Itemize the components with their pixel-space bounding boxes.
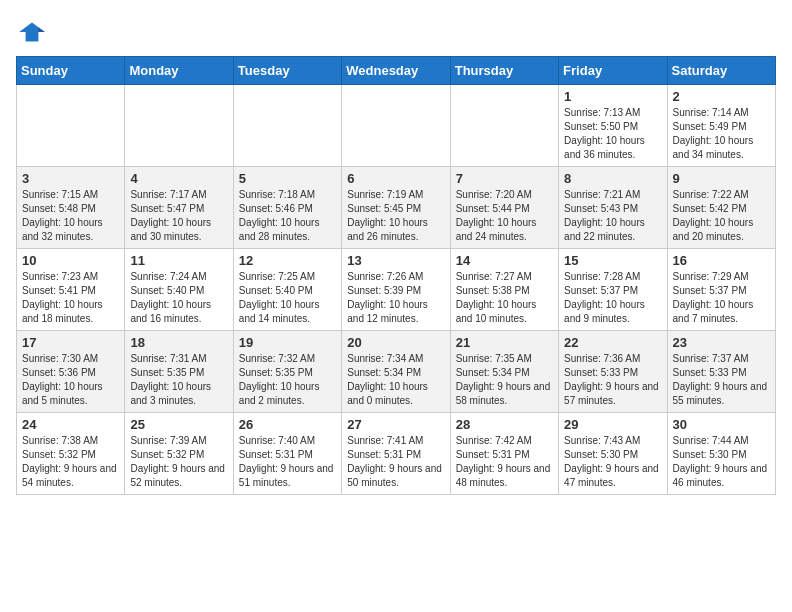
day-info: Sunrise: 7:39 AM Sunset: 5:32 PM Dayligh… — [130, 434, 227, 490]
day-number: 15 — [564, 253, 661, 268]
day-number: 2 — [673, 89, 770, 104]
day-info: Sunrise: 7:18 AM Sunset: 5:46 PM Dayligh… — [239, 188, 336, 244]
day-number: 28 — [456, 417, 553, 432]
calendar-cell: 26Sunrise: 7:40 AM Sunset: 5:31 PM Dayli… — [233, 413, 341, 495]
calendar-week-3: 10Sunrise: 7:23 AM Sunset: 5:41 PM Dayli… — [17, 249, 776, 331]
calendar-cell: 23Sunrise: 7:37 AM Sunset: 5:33 PM Dayli… — [667, 331, 775, 413]
calendar-cell: 24Sunrise: 7:38 AM Sunset: 5:32 PM Dayli… — [17, 413, 125, 495]
calendar-cell — [17, 85, 125, 167]
calendar-cell: 9Sunrise: 7:22 AM Sunset: 5:42 PM Daylig… — [667, 167, 775, 249]
day-info: Sunrise: 7:27 AM Sunset: 5:38 PM Dayligh… — [456, 270, 553, 326]
day-info: Sunrise: 7:41 AM Sunset: 5:31 PM Dayligh… — [347, 434, 444, 490]
day-info: Sunrise: 7:32 AM Sunset: 5:35 PM Dayligh… — [239, 352, 336, 408]
day-info: Sunrise: 7:26 AM Sunset: 5:39 PM Dayligh… — [347, 270, 444, 326]
day-info: Sunrise: 7:44 AM Sunset: 5:30 PM Dayligh… — [673, 434, 770, 490]
day-info: Sunrise: 7:24 AM Sunset: 5:40 PM Dayligh… — [130, 270, 227, 326]
calendar-cell: 27Sunrise: 7:41 AM Sunset: 5:31 PM Dayli… — [342, 413, 450, 495]
day-info: Sunrise: 7:30 AM Sunset: 5:36 PM Dayligh… — [22, 352, 119, 408]
day-number: 26 — [239, 417, 336, 432]
day-info: Sunrise: 7:31 AM Sunset: 5:35 PM Dayligh… — [130, 352, 227, 408]
calendar-cell: 3Sunrise: 7:15 AM Sunset: 5:48 PM Daylig… — [17, 167, 125, 249]
day-number: 22 — [564, 335, 661, 350]
day-info: Sunrise: 7:38 AM Sunset: 5:32 PM Dayligh… — [22, 434, 119, 490]
calendar-cell: 19Sunrise: 7:32 AM Sunset: 5:35 PM Dayli… — [233, 331, 341, 413]
day-info: Sunrise: 7:19 AM Sunset: 5:45 PM Dayligh… — [347, 188, 444, 244]
day-number: 13 — [347, 253, 444, 268]
calendar-cell: 17Sunrise: 7:30 AM Sunset: 5:36 PM Dayli… — [17, 331, 125, 413]
day-info: Sunrise: 7:37 AM Sunset: 5:33 PM Dayligh… — [673, 352, 770, 408]
calendar-cell: 4Sunrise: 7:17 AM Sunset: 5:47 PM Daylig… — [125, 167, 233, 249]
day-number: 5 — [239, 171, 336, 186]
day-info: Sunrise: 7:17 AM Sunset: 5:47 PM Dayligh… — [130, 188, 227, 244]
calendar-cell: 7Sunrise: 7:20 AM Sunset: 5:44 PM Daylig… — [450, 167, 558, 249]
weekday-header-saturday: Saturday — [667, 57, 775, 85]
day-info: Sunrise: 7:20 AM Sunset: 5:44 PM Dayligh… — [456, 188, 553, 244]
calendar-cell — [125, 85, 233, 167]
logo-icon — [16, 16, 48, 48]
calendar-cell: 8Sunrise: 7:21 AM Sunset: 5:43 PM Daylig… — [559, 167, 667, 249]
calendar-cell: 2Sunrise: 7:14 AM Sunset: 5:49 PM Daylig… — [667, 85, 775, 167]
day-number: 25 — [130, 417, 227, 432]
calendar-cell: 11Sunrise: 7:24 AM Sunset: 5:40 PM Dayli… — [125, 249, 233, 331]
day-number: 30 — [673, 417, 770, 432]
day-number: 3 — [22, 171, 119, 186]
calendar-cell — [233, 85, 341, 167]
day-info: Sunrise: 7:43 AM Sunset: 5:30 PM Dayligh… — [564, 434, 661, 490]
day-info: Sunrise: 7:15 AM Sunset: 5:48 PM Dayligh… — [22, 188, 119, 244]
calendar-cell: 5Sunrise: 7:18 AM Sunset: 5:46 PM Daylig… — [233, 167, 341, 249]
day-number: 21 — [456, 335, 553, 350]
logo — [16, 16, 52, 48]
day-info: Sunrise: 7:36 AM Sunset: 5:33 PM Dayligh… — [564, 352, 661, 408]
day-number: 16 — [673, 253, 770, 268]
day-number: 17 — [22, 335, 119, 350]
calendar-cell — [450, 85, 558, 167]
weekday-header-sunday: Sunday — [17, 57, 125, 85]
weekday-header-wednesday: Wednesday — [342, 57, 450, 85]
day-info: Sunrise: 7:23 AM Sunset: 5:41 PM Dayligh… — [22, 270, 119, 326]
day-info: Sunrise: 7:25 AM Sunset: 5:40 PM Dayligh… — [239, 270, 336, 326]
day-info: Sunrise: 7:22 AM Sunset: 5:42 PM Dayligh… — [673, 188, 770, 244]
day-number: 12 — [239, 253, 336, 268]
day-number: 11 — [130, 253, 227, 268]
weekday-header-tuesday: Tuesday — [233, 57, 341, 85]
day-info: Sunrise: 7:13 AM Sunset: 5:50 PM Dayligh… — [564, 106, 661, 162]
day-number: 8 — [564, 171, 661, 186]
calendar-cell — [342, 85, 450, 167]
calendar-week-5: 24Sunrise: 7:38 AM Sunset: 5:32 PM Dayli… — [17, 413, 776, 495]
calendar-cell: 12Sunrise: 7:25 AM Sunset: 5:40 PM Dayli… — [233, 249, 341, 331]
day-info: Sunrise: 7:35 AM Sunset: 5:34 PM Dayligh… — [456, 352, 553, 408]
day-number: 29 — [564, 417, 661, 432]
day-info: Sunrise: 7:14 AM Sunset: 5:49 PM Dayligh… — [673, 106, 770, 162]
day-number: 14 — [456, 253, 553, 268]
day-info: Sunrise: 7:34 AM Sunset: 5:34 PM Dayligh… — [347, 352, 444, 408]
calendar-cell: 15Sunrise: 7:28 AM Sunset: 5:37 PM Dayli… — [559, 249, 667, 331]
calendar-cell: 29Sunrise: 7:43 AM Sunset: 5:30 PM Dayli… — [559, 413, 667, 495]
weekday-header-friday: Friday — [559, 57, 667, 85]
calendar-cell: 18Sunrise: 7:31 AM Sunset: 5:35 PM Dayli… — [125, 331, 233, 413]
day-info: Sunrise: 7:28 AM Sunset: 5:37 PM Dayligh… — [564, 270, 661, 326]
day-number: 7 — [456, 171, 553, 186]
calendar-cell: 6Sunrise: 7:19 AM Sunset: 5:45 PM Daylig… — [342, 167, 450, 249]
weekday-header-row: SundayMondayTuesdayWednesdayThursdayFrid… — [17, 57, 776, 85]
day-number: 20 — [347, 335, 444, 350]
day-number: 27 — [347, 417, 444, 432]
day-number: 23 — [673, 335, 770, 350]
day-number: 10 — [22, 253, 119, 268]
calendar-cell: 28Sunrise: 7:42 AM Sunset: 5:31 PM Dayli… — [450, 413, 558, 495]
calendar-cell: 14Sunrise: 7:27 AM Sunset: 5:38 PM Dayli… — [450, 249, 558, 331]
day-number: 4 — [130, 171, 227, 186]
day-info: Sunrise: 7:29 AM Sunset: 5:37 PM Dayligh… — [673, 270, 770, 326]
day-info: Sunrise: 7:21 AM Sunset: 5:43 PM Dayligh… — [564, 188, 661, 244]
calendar-cell: 30Sunrise: 7:44 AM Sunset: 5:30 PM Dayli… — [667, 413, 775, 495]
day-number: 9 — [673, 171, 770, 186]
calendar-week-1: 1Sunrise: 7:13 AM Sunset: 5:50 PM Daylig… — [17, 85, 776, 167]
day-info: Sunrise: 7:42 AM Sunset: 5:31 PM Dayligh… — [456, 434, 553, 490]
calendar-cell: 16Sunrise: 7:29 AM Sunset: 5:37 PM Dayli… — [667, 249, 775, 331]
weekday-header-monday: Monday — [125, 57, 233, 85]
calendar-cell: 25Sunrise: 7:39 AM Sunset: 5:32 PM Dayli… — [125, 413, 233, 495]
calendar-week-2: 3Sunrise: 7:15 AM Sunset: 5:48 PM Daylig… — [17, 167, 776, 249]
weekday-header-thursday: Thursday — [450, 57, 558, 85]
calendar-cell: 20Sunrise: 7:34 AM Sunset: 5:34 PM Dayli… — [342, 331, 450, 413]
calendar-week-4: 17Sunrise: 7:30 AM Sunset: 5:36 PM Dayli… — [17, 331, 776, 413]
calendar-cell: 10Sunrise: 7:23 AM Sunset: 5:41 PM Dayli… — [17, 249, 125, 331]
